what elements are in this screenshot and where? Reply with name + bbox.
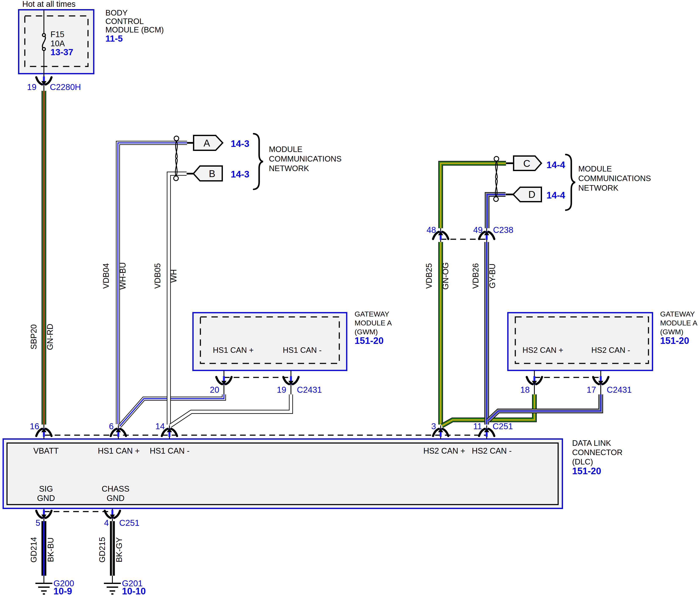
dlc-port-chass: CHASS [102, 484, 129, 493]
dlc-port-sig: SIG [39, 484, 53, 493]
net-right-caption-1: MODULE [578, 165, 612, 173]
wire-code-gy-bu: GY-BU [488, 264, 497, 288]
gwm-right-pin-plus: 18 [520, 385, 530, 394]
hot-at-all-times-label: Hot at all times [22, 0, 75, 8]
gwm-right-ref: 151-20 [660, 335, 689, 346]
net-right-caption-2: COMMUNICATIONS [578, 174, 651, 183]
connector-b: B [187, 166, 222, 181]
dlc-ref: 151-20 [572, 466, 601, 476]
wire-code-bk-gy: BK-GY [115, 537, 124, 562]
bcm-title-3: MODULE (BCM) [105, 26, 164, 34]
gwm-right-port-minus: HS2 CAN - [591, 346, 630, 355]
fuse-amp: 10A [51, 39, 65, 48]
dlc-pin-4: 4 [104, 518, 109, 528]
connector-b-label: B [209, 168, 215, 179]
wire-id-vdb04: VDB04 [101, 263, 111, 289]
ground-icon-g200 [35, 576, 52, 595]
gwm-left-pin-minus: 19 [277, 385, 286, 394]
fuse-ref: 13-37 [51, 47, 73, 57]
wire-id-vdb26: VDB26 [471, 263, 480, 289]
connector-c2431-left-label: C2431 [297, 385, 322, 394]
dlc-port-hs2-plus: HS2 CAN + [423, 446, 465, 455]
connector-c2280h-label: C2280H [50, 82, 81, 92]
conn-a-ref: 14-3 [231, 138, 249, 149]
dlc-pin-3: 3 [431, 422, 436, 431]
ground-icon-g201 [104, 576, 121, 595]
c238-pin-48: 48 [427, 225, 436, 234]
dlc-title-3: (DLC) [572, 457, 593, 466]
bcm-title-2: CONTROL [105, 17, 144, 26]
dlc-port-hs2-minus: HS2 CAN - [472, 446, 512, 455]
connector-a-label: A [204, 138, 210, 149]
ground-g200-ref: 10-9 [54, 586, 72, 595]
wire-code-bk-bu: BK-BU [46, 537, 55, 562]
wire-code-wh-bu: WH-BU [118, 262, 127, 290]
dlc-port-sig-gnd: GND [37, 494, 55, 503]
gwm-right-title-1: GATEWAY [660, 310, 695, 318]
gwm-right-box [508, 313, 652, 370]
dlc-title-1: DATA LINK [572, 439, 611, 448]
wire-code-gn-og: GN-OG [441, 262, 450, 290]
connector-c2431-right-label: C2431 [607, 385, 632, 394]
dlc-pin-6: 6 [109, 422, 114, 431]
connector-d-label: D [528, 189, 535, 200]
gwm-left-title-1: GATEWAY [355, 310, 389, 318]
net-left-caption-1: MODULE [269, 145, 302, 154]
net-left-caption-2: COMMUNICATIONS [269, 154, 342, 163]
fuse-name: F15 [51, 30, 64, 39]
connector-a: A [187, 136, 223, 150]
wire-id-gd214: GD214 [29, 537, 38, 563]
connector-c2280h [36, 77, 52, 85]
connector-c238-label: C238 [493, 225, 513, 234]
bcm-title-1: BODY [105, 8, 128, 17]
connector-c251-top [36, 425, 494, 439]
gwm-left-port-minus: HS1 CAN - [283, 346, 322, 355]
dlc-pin-14: 14 [155, 422, 165, 431]
wire-id-vdb05: VDB05 [153, 263, 162, 289]
dlc-pin-16: 16 [30, 422, 39, 431]
brace-icon-right [566, 154, 575, 210]
connector-c251-bottom-label: C251 [119, 518, 140, 528]
wire-id-sbp20: SBP20 [29, 324, 38, 349]
gwm-right-port-plus: HS2 CAN + [522, 346, 563, 355]
wiring-diagram-page: A B C D Hot at all times F15 10A 13-37 B… [0, 0, 700, 595]
net-right-caption-3: NETWORK [578, 183, 618, 192]
gwm-left-title-3: (GWM) [355, 328, 378, 336]
gwm-left-pin-plus: 20 [210, 385, 219, 394]
wire-vdb05-wh [169, 174, 291, 426]
wire-code-wh: WH [169, 269, 178, 283]
bcm-pin-label: 19 [27, 82, 37, 92]
wire-code-gn-rd: GN-RD [45, 324, 55, 350]
connector-c251-top-label: C251 [493, 422, 513, 431]
connector-c2431-right [527, 370, 608, 394]
dlc-port-chass-gnd: GND [106, 494, 124, 503]
conn-b-ref: 14-3 [231, 169, 249, 179]
gwm-left-ref: 151-20 [355, 335, 384, 346]
connector-c: C [506, 156, 541, 170]
wire-vdb04-wh-bu [118, 143, 224, 426]
gwm-right-pin-minus: 17 [587, 385, 596, 394]
connector-d: D [506, 187, 541, 202]
dlc-port-hs1-minus: HS1 CAN - [150, 446, 190, 455]
wire-id-vdb25: VDB25 [425, 263, 433, 289]
wiring-diagram-canvas: A B C D Hot at all times F15 10A 13-37 B… [0, 0, 700, 595]
net-left-caption-3: NETWORK [269, 164, 309, 173]
gwm-right-title-3: (GWM) [660, 328, 683, 336]
c238-pin-49: 49 [473, 225, 483, 234]
wire-id-gd215: GD215 [98, 537, 106, 563]
connector-c238 [433, 228, 494, 242]
gwm-left-port-plus: HS1 CAN + [213, 346, 254, 355]
dlc-pin-5: 5 [36, 518, 40, 528]
gwm-left-title-2: MODULE A [355, 319, 392, 327]
dlc-port-vbatt: VBATT [33, 446, 59, 455]
conn-d-ref: 14-4 [546, 190, 565, 200]
dlc-title-2: CONNECTOR [572, 448, 622, 457]
bcm-ref: 11-5 [105, 33, 123, 44]
gwm-left-box [193, 313, 347, 370]
ground-g201-ref: 10-10 [122, 586, 146, 595]
dlc-pin-11: 11 [473, 422, 482, 431]
connector-c-label: C [523, 158, 530, 169]
brace-icon-left [254, 134, 263, 189]
conn-c-ref: 14-4 [546, 160, 565, 170]
dlc-port-hs1-plus: HS1 CAN + [98, 446, 140, 455]
